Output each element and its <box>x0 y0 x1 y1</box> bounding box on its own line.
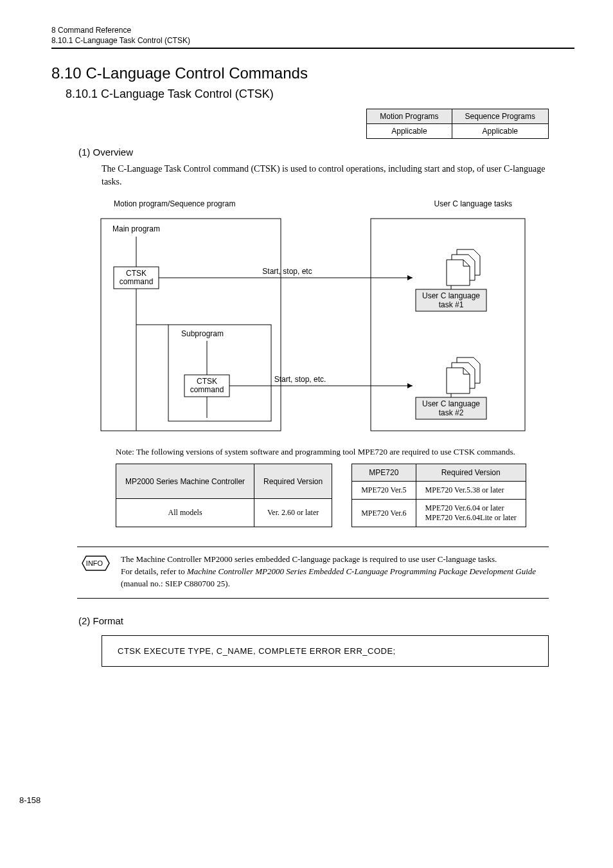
t1-h1: MP2000 Series Machine Controller <box>116 464 254 499</box>
section-heading-2: 8.10.1 C-Language Task Control (CTSK) <box>66 87 574 101</box>
diag-ctsk1-l1: CTSK <box>126 269 147 278</box>
overview-heading: (1) Overview <box>78 147 574 158</box>
applicability-table: Motion Programs Sequence Programs Applic… <box>366 109 549 139</box>
t1-h2: Required Version <box>254 464 332 499</box>
applicability-col2: Sequence Programs <box>452 109 548 124</box>
diag-task2-l1: User C language <box>422 399 480 408</box>
format-code: CTSK EXECUTE TYPE, C_NAME, COMPLETE ERRO… <box>102 635 549 667</box>
t2-r1c1: MPE720 Ver.5 <box>352 482 416 500</box>
diag-main-program-label: Main program <box>112 224 160 233</box>
diag-task1-l2: task #1 <box>439 300 464 309</box>
mpe720-version-table: MPE720 Required Version MPE720 Ver.5 MPE… <box>351 464 526 527</box>
page-number: 8-158 <box>19 795 40 805</box>
note-text: Note: The following versions of system s… <box>116 447 536 457</box>
diag-subprogram-label: Subprogram <box>181 329 224 338</box>
t2-r2c2: MPE720 Ver.6.04 or laterMPE720 Ver.6.04L… <box>416 500 526 527</box>
diag-task2-l2: task #2 <box>439 408 464 417</box>
header-rule <box>51 48 574 49</box>
section-heading-1: 8.10 C-Language Control Commands <box>51 64 574 82</box>
overview-text: The C-Language Task Control command (CTS… <box>102 163 549 188</box>
info-badge-icon: INFO <box>77 554 112 573</box>
stacked-docs-icon <box>447 249 480 285</box>
svg-rect-5 <box>168 325 271 421</box>
t2-r2c1: MPE720 Ver.6 <box>352 500 416 527</box>
stacked-docs-icon <box>447 357 480 393</box>
diag-start-stop1: Start, stop, etc <box>262 267 312 276</box>
t1-r1c1: All models <box>116 499 254 527</box>
info-line2b: Machine Controller MP2000 Series Embedde… <box>187 566 536 576</box>
info-line2c: (manual no.: SIEP C880700 25). <box>121 579 230 588</box>
applicability-val1: Applicable <box>367 124 452 139</box>
info-text: The Machine Controller MP2000 series emb… <box>121 554 549 590</box>
applicability-val2: Applicable <box>452 124 548 139</box>
diag-ctsk2-l2: command <box>190 385 224 394</box>
applicability-col1: Motion Programs <box>367 109 452 124</box>
info-line2a: For details, refer to <box>121 566 187 576</box>
header-chapter: 8 Command Reference <box>51 26 574 35</box>
t1-r1c2: Ver. 2.60 or later <box>254 499 332 527</box>
header-section: 8.10.1 C-Language Task Control (CTSK) <box>51 36 574 45</box>
diag-start-stop2: Start, stop, etc. <box>274 375 326 384</box>
t2-r1c2: MPE720 Ver.5.38 or later <box>416 482 526 500</box>
diag-ctsk2-l1: CTSK <box>197 377 217 386</box>
version-tables: MP2000 Series Machine Controller Require… <box>116 464 549 527</box>
diagram-right-title: User C language tasks <box>434 199 512 208</box>
svg-marker-17 <box>407 383 413 388</box>
t2-h1: MPE720 <box>352 464 416 482</box>
diagram-svg: Main program CTSK command Subprogram CTS… <box>94 212 531 437</box>
format-heading: (2) Format <box>78 615 574 626</box>
info-line1: The Machine Controller MP2000 series emb… <box>121 554 497 564</box>
info-callout: INFO The Machine Controller MP2000 serie… <box>77 547 549 599</box>
diagram: Motion program/Sequence program User C l… <box>94 199 531 439</box>
controller-version-table: MP2000 Series Machine Controller Require… <box>116 464 332 527</box>
t2-h2: Required Version <box>416 464 526 482</box>
diag-task1-l1: User C language <box>422 291 480 300</box>
svg-text:INFO: INFO <box>86 559 103 567</box>
diagram-left-title: Motion program/Sequence program <box>114 199 235 208</box>
svg-marker-15 <box>407 275 413 280</box>
diag-ctsk1-l2: command <box>120 277 154 286</box>
